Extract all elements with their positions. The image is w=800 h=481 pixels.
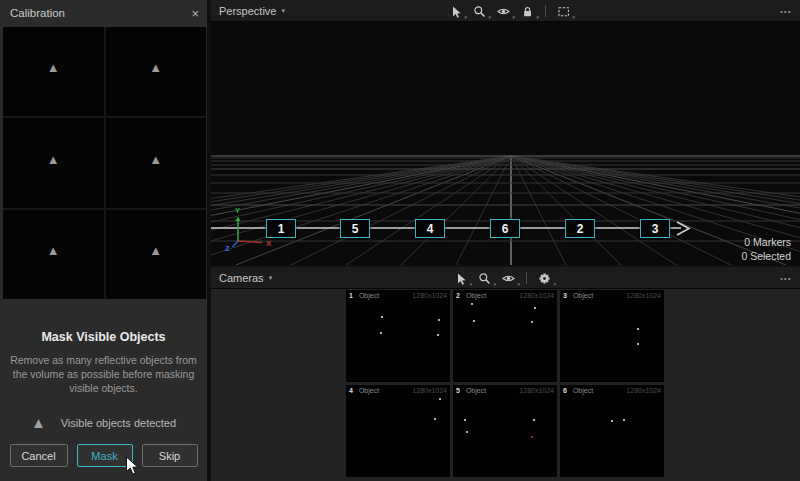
- tool-dropdown-caret: ▾: [512, 14, 515, 20]
- perspective-menu-button[interactable]: •••: [780, 0, 792, 22]
- marker-dot: [531, 321, 533, 323]
- tool-dropdown-caret: ▾: [536, 14, 539, 20]
- marker-dot: [466, 431, 468, 433]
- camera-mode-label: Object: [573, 292, 626, 299]
- tool-dropdown-caret: ▾: [464, 14, 467, 20]
- marker-label[interactable]: 1: [266, 219, 296, 238]
- camera-resolution: 1280x1024: [519, 292, 554, 299]
- warning-icon: ▲: [47, 151, 60, 166]
- camera-tile-header: 2Object1280x1024: [453, 290, 557, 299]
- camera-tile-header: 4Object1280x1024: [346, 385, 450, 394]
- marker-label[interactable]: 6: [490, 219, 520, 238]
- cameras-view-selector[interactable]: Cameras: [219, 272, 264, 284]
- visibility-tool-button[interactable]: ▾: [496, 4, 511, 19]
- marquee-select-icon: [557, 5, 570, 18]
- calibration-panel: Calibration × ▲▲▲▲▲▲ Mask Visible Object…: [0, 0, 209, 481]
- zoom-tool-button[interactable]: ▾: [477, 271, 492, 286]
- calibration-panel-title: Calibration: [10, 7, 191, 19]
- visibility-icon: [497, 5, 510, 18]
- selection-status: 0 Markers 0 Selected: [741, 235, 791, 263]
- marker-label[interactable]: 5: [340, 219, 370, 238]
- skip-button[interactable]: Skip: [142, 444, 198, 467]
- close-icon[interactable]: ×: [191, 7, 199, 20]
- perspective-3d-view[interactable]: Y X Z 154623 0 Markers 0 Selected: [211, 22, 800, 265]
- marker-dot: [473, 320, 475, 322]
- marker-dot: [533, 419, 535, 421]
- camera-number: 1: [349, 292, 353, 299]
- camera-number: 3: [563, 292, 567, 299]
- select-cursor-icon: [449, 5, 462, 18]
- camera-tile[interactable]: 1Object1280x1024: [346, 290, 450, 382]
- axis-gizmo: Y X Z: [225, 206, 271, 253]
- marker-dot: [531, 436, 533, 438]
- camera-resolution: 1280x1024: [519, 387, 554, 394]
- toolbar-divider: [526, 272, 527, 284]
- camera-mode-label: Object: [359, 292, 412, 299]
- mask-section: Mask Visible Objects Remove as many refl…: [0, 299, 207, 431]
- grid-lines: [211, 156, 800, 265]
- cameras-menu-button[interactable]: •••: [780, 267, 792, 289]
- camera-preview-tile[interactable]: ▲: [106, 27, 207, 116]
- camera-preview-tile[interactable]: ▲: [106, 118, 207, 207]
- camera-number: 4: [349, 387, 353, 394]
- lock-tool-button[interactable]: ▾: [520, 4, 535, 19]
- marker-dot: [464, 419, 466, 421]
- camera-tile[interactable]: 2Object1280x1024: [453, 290, 557, 382]
- select-cursor-tool-button[interactable]: ▾: [453, 271, 468, 286]
- marker-dot: [611, 420, 613, 422]
- camera-tile-header: 1Object1280x1024: [346, 290, 450, 299]
- perspective-view-selector[interactable]: Perspective: [219, 5, 276, 17]
- camera-preview-tile[interactable]: ▲: [3, 210, 104, 299]
- camera-mode-label: Object: [359, 387, 412, 394]
- perspective-toolbar: ▾▾▾▾▾: [448, 0, 571, 22]
- camera-preview-tile[interactable]: ▲: [106, 210, 207, 299]
- camera-tile[interactable]: 5Object1280x1024: [453, 385, 557, 477]
- marker-dot: [439, 398, 441, 400]
- camera-tile-header: 6Object1280x1024: [560, 385, 664, 394]
- axis-y-label: Y: [235, 206, 240, 215]
- warning-icon: ▲: [149, 60, 162, 75]
- camera-resolution: 1280x1024: [412, 292, 447, 299]
- camera-tile[interactable]: 3Object1280x1024: [560, 290, 664, 382]
- cancel-button[interactable]: Cancel: [10, 444, 68, 467]
- calibration-preview-grid: ▲▲▲▲▲▲: [3, 27, 206, 299]
- marker-label[interactable]: 4: [415, 219, 445, 238]
- camera-preview-tile[interactable]: ▲: [3, 27, 104, 116]
- warning-row: ▲ Visible objects detected: [0, 414, 207, 431]
- tool-dropdown-caret: ▾: [469, 281, 472, 287]
- select-cursor-tool-button[interactable]: ▾: [448, 4, 463, 19]
- warning-icon: ▲: [47, 242, 60, 257]
- marker-label[interactable]: 2: [565, 219, 595, 238]
- camera-tile-header: 3Object1280x1024: [560, 290, 664, 299]
- tool-dropdown-caret: ▾: [553, 281, 556, 287]
- visibility-tool-button[interactable]: ▾: [501, 271, 516, 286]
- markers-count: 0 Markers: [741, 235, 791, 249]
- camera-mode-label: Object: [466, 292, 519, 299]
- gear-tool-button[interactable]: ▾: [537, 271, 552, 286]
- zoom-tool-button[interactable]: ▾: [472, 4, 487, 19]
- marker-dot: [438, 319, 440, 321]
- cameras-header: Cameras ▾ ▾▾▾▾ •••: [211, 267, 800, 289]
- camera-resolution: 1280x1024: [626, 387, 661, 394]
- camera-resolution: 1280x1024: [412, 387, 447, 394]
- marker-label[interactable]: 3: [640, 219, 670, 238]
- marker-dot: [381, 316, 383, 318]
- marquee-select-tool-button[interactable]: ▾: [556, 4, 571, 19]
- camera-number: 6: [563, 387, 567, 394]
- mask-section-title: Mask Visible Objects: [0, 330, 207, 344]
- warning-icon: ▲: [47, 60, 60, 75]
- warning-icon: ▲: [149, 151, 162, 166]
- camera-tile[interactable]: 4Object1280x1024: [346, 385, 450, 477]
- axis-x-label: X: [266, 239, 271, 248]
- tool-dropdown-caret: ▾: [493, 281, 496, 287]
- chevron-down-icon: ▾: [281, 7, 285, 15]
- cameras-toolbar: ▾▾▾▾: [453, 267, 552, 289]
- warning-icon: ▲: [31, 414, 46, 431]
- camera-mode-label: Object: [466, 387, 519, 394]
- cameras-panel: Cameras ▾ ▾▾▾▾ ••• 1Object1280x10242Obje…: [211, 267, 800, 481]
- camera-preview-tile[interactable]: ▲: [3, 118, 104, 207]
- tool-dropdown-caret: ▾: [517, 281, 520, 287]
- perspective-viewport: Perspective ▾ ▾▾▾▾▾ ••• Y X Z 154623 0 M…: [211, 0, 800, 265]
- marker-dot: [534, 307, 536, 309]
- camera-tile[interactable]: 6Object1280x1024: [560, 385, 664, 477]
